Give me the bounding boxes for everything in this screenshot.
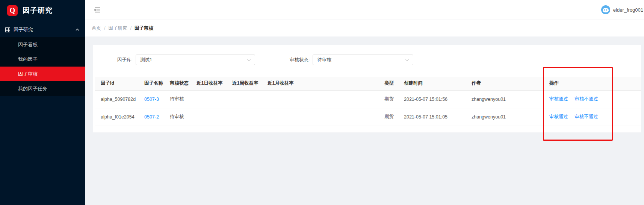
audit-status-label: 审核状态:	[290, 57, 310, 63]
cell-1m-return	[262, 108, 378, 126]
cell-1m-return	[262, 90, 378, 108]
factor-lib-value: 测试1	[140, 57, 152, 63]
factor-name-link[interactable]: 0507-3	[144, 97, 159, 102]
reject-link[interactable]: 审核不通过	[574, 114, 598, 119]
cell-created: 2021-05-07 15:01:56	[398, 90, 466, 108]
col-actions: 操作	[543, 77, 641, 90]
cell-1d-return	[190, 90, 226, 108]
sidebar-item-factor-research[interactable]: 因子研究	[0, 22, 85, 37]
logo-q-icon: Q	[7, 5, 18, 16]
cell-author: zhangwenyou01	[466, 90, 543, 108]
approve-link[interactable]: 审核通过	[549, 96, 568, 102]
user-avatar	[601, 5, 610, 14]
main-area: elder_frog001 首页 / 因子研究 / 因子审核 因子库: 测试1 …	[85, 0, 644, 205]
breadcrumb-factor-research[interactable]: 因子研究	[108, 25, 127, 32]
factor-lib-label: 因子库:	[117, 57, 133, 63]
col-type: 类型	[378, 77, 398, 90]
sidebar: Q 因子研究 因子研究 因子看板 我的因子 因子审核 我的因子任务	[0, 0, 85, 205]
col-1d-return: 近1日收益率	[190, 77, 226, 90]
col-author: 作者	[466, 77, 543, 90]
cell-factor-id: alpha_f01e2054	[95, 108, 138, 126]
cell-audit-status: 待审核	[164, 90, 190, 108]
user-menu[interactable]: elder_frog001	[601, 5, 643, 14]
cell-audit-status: 待审核	[164, 108, 190, 126]
table-header: 因子Id 因子名称 审核状态 近1日收益率 近1周收益率 近1月收益率 类型 创…	[95, 77, 641, 90]
sidebar-parent-label: 因子研究	[14, 26, 33, 33]
factor-table: 因子Id 因子名称 审核状态 近1日收益率 近1周收益率 近1月收益率 类型 创…	[95, 77, 641, 126]
breadcrumb-current: 因子审核	[135, 25, 153, 32]
app-title: 因子研究	[23, 6, 53, 15]
sidebar-item-my-factors[interactable]: 我的因子	[0, 52, 85, 67]
content-card: 因子库: 测试1 审核状态: 待审核	[93, 45, 641, 132]
reject-link[interactable]: 审核不通过	[574, 96, 598, 102]
col-factor-id: 因子Id	[95, 77, 138, 90]
cell-created: 2021-05-07 15:01:05	[398, 108, 466, 126]
col-created: 创建时间	[398, 77, 466, 90]
cell-type: 期货	[378, 90, 398, 108]
table-row: alpha_5090782d 0507-3 待审核 期货 2021-05-07 …	[95, 90, 641, 108]
cell-type: 期货	[378, 108, 398, 126]
col-factor-name: 因子名称	[138, 77, 164, 90]
sidebar-item-factor-board[interactable]: 因子看板	[0, 37, 85, 52]
factor-name-link[interactable]: 0507-2	[144, 114, 159, 120]
sidebar-item-factor-audit[interactable]: 因子审核	[0, 67, 85, 81]
app-logo[interactable]: Q 因子研究	[0, 0, 85, 21]
audit-status-value: 待审核	[317, 57, 331, 63]
breadcrumb-separator: /	[130, 26, 131, 31]
cell-1d-return	[190, 108, 226, 126]
filter-row: 因子库: 测试1 审核状态: 待审核	[93, 45, 641, 65]
breadcrumb: 首页 / 因子研究 / 因子审核	[85, 20, 644, 36]
factor-lib-select[interactable]: 测试1	[136, 55, 255, 65]
sidebar-submenu: 因子看板 我的因子 因子审核 我的因子任务	[0, 37, 85, 96]
approve-link[interactable]: 审核通过	[549, 114, 568, 119]
grid-icon	[5, 27, 10, 32]
chevron-down-icon	[247, 58, 251, 61]
menu-fold-icon[interactable]	[92, 6, 102, 14]
col-1w-return: 近1周收益率	[226, 77, 262, 90]
breadcrumb-separator: /	[104, 26, 105, 31]
cell-1w-return	[226, 90, 262, 108]
breadcrumb-home[interactable]: 首页	[92, 25, 101, 32]
col-audit-status: 审核状态	[164, 77, 190, 90]
cell-1w-return	[226, 108, 262, 126]
content-area: 因子库: 测试1 审核状态: 待审核	[85, 36, 644, 205]
table-row: alpha_f01e2054 0507-2 待审核 期货 2021-05-07 …	[95, 108, 641, 126]
username: elder_frog001	[613, 7, 643, 13]
chevron-down-icon	[405, 58, 409, 61]
caret-up-icon	[76, 29, 79, 31]
cell-author: zhangwenyou01	[466, 108, 543, 126]
audit-status-select[interactable]: 待审核	[313, 55, 413, 65]
sidebar-item-my-factor-tasks[interactable]: 我的因子任务	[0, 81, 85, 96]
col-1m-return: 近1月收益率	[262, 77, 378, 90]
topbar: elder_frog001	[85, 0, 644, 20]
cell-factor-id: alpha_5090782d	[95, 90, 138, 108]
